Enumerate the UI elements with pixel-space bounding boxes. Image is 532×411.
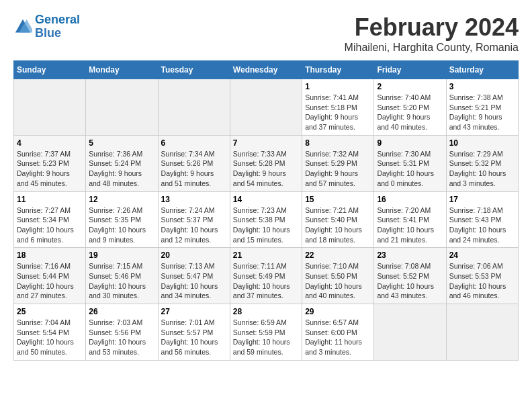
day-number: 14 (233, 195, 299, 204)
day-number: 27 (161, 307, 227, 316)
month-title: February 2024 (345, 13, 519, 42)
calendar-cell: 15Sunrise: 7:21 AMSunset: 5:40 PMDayligh… (302, 191, 374, 248)
day-number: 28 (233, 307, 299, 316)
day-info: Sunrise: 6:57 AMSunset: 6:00 PMDaylight:… (305, 318, 371, 357)
calendar-table: SundayMondayTuesdayWednesdayThursdayFrid… (13, 60, 519, 361)
calendar-cell: 2Sunrise: 7:40 AMSunset: 5:20 PMDaylight… (374, 79, 446, 136)
day-number: 25 (17, 307, 83, 316)
calendar-cell: 24Sunrise: 7:06 AMSunset: 5:53 PMDayligh… (446, 248, 518, 304)
logo-icon (13, 17, 32, 36)
calendar-cell: 26Sunrise: 7:03 AMSunset: 5:56 PMDayligh… (86, 304, 158, 361)
day-number: 12 (89, 195, 154, 204)
day-info: Sunrise: 7:01 AMSunset: 5:57 PMDaylight:… (161, 318, 227, 357)
day-number: 20 (161, 250, 227, 260)
day-info: Sunrise: 7:36 AMSunset: 5:24 PMDaylight:… (89, 149, 154, 189)
day-number: 18 (17, 250, 83, 260)
location-title: Mihaileni, Harghita County, Romania (345, 42, 519, 54)
calendar-cell (446, 304, 518, 361)
calendar-week-3: 18Sunrise: 7:16 AMSunset: 5:44 PMDayligh… (14, 248, 519, 304)
calendar-cell: 19Sunrise: 7:15 AMSunset: 5:46 PMDayligh… (86, 248, 158, 304)
day-number: 24 (449, 250, 515, 260)
calendar-cell: 23Sunrise: 7:08 AMSunset: 5:52 PMDayligh… (374, 248, 446, 304)
logo-text: General Blue (35, 13, 80, 40)
header-tuesday: Tuesday (158, 61, 230, 79)
day-number: 26 (89, 307, 154, 316)
day-number: 13 (161, 195, 227, 204)
day-number: 9 (377, 138, 443, 148)
calendar-cell (86, 79, 158, 136)
calendar-cell: 22Sunrise: 7:10 AMSunset: 5:50 PMDayligh… (302, 248, 374, 304)
calendar-cell: 20Sunrise: 7:13 AMSunset: 5:47 PMDayligh… (158, 248, 230, 304)
day-number: 15 (305, 195, 371, 204)
calendar-cell: 3Sunrise: 7:38 AMSunset: 5:21 PMDaylight… (446, 79, 518, 136)
day-info: Sunrise: 7:40 AMSunset: 5:20 PMDaylight:… (377, 93, 443, 132)
calendar-cell: 11Sunrise: 7:27 AMSunset: 5:34 PMDayligh… (14, 191, 86, 248)
calendar-week-1: 4Sunrise: 7:37 AMSunset: 5:23 PMDaylight… (14, 135, 519, 191)
calendar-cell: 17Sunrise: 7:18 AMSunset: 5:43 PMDayligh… (446, 191, 518, 248)
day-number: 21 (233, 250, 299, 260)
calendar-cell: 25Sunrise: 7:04 AMSunset: 5:54 PMDayligh… (14, 304, 86, 361)
calendar-week-0: 1Sunrise: 7:41 AMSunset: 5:18 PMDaylight… (14, 79, 519, 136)
day-info: Sunrise: 7:37 AMSunset: 5:23 PMDaylight:… (17, 149, 83, 189)
header-wednesday: Wednesday (230, 61, 302, 79)
day-info: Sunrise: 7:33 AMSunset: 5:28 PMDaylight:… (233, 149, 299, 189)
calendar-cell: 29Sunrise: 6:57 AMSunset: 6:00 PMDayligh… (302, 304, 374, 361)
day-info: Sunrise: 7:08 AMSunset: 5:52 PMDaylight:… (377, 261, 443, 301)
day-number: 22 (305, 250, 371, 260)
day-number: 8 (305, 138, 371, 148)
day-info: Sunrise: 7:38 AMSunset: 5:21 PMDaylight:… (449, 93, 515, 132)
day-info: Sunrise: 7:29 AMSunset: 5:32 PMDaylight:… (449, 149, 515, 189)
calendar-cell: 6Sunrise: 7:34 AMSunset: 5:26 PMDaylight… (158, 135, 230, 191)
day-info: Sunrise: 7:32 AMSunset: 5:29 PMDaylight:… (305, 149, 371, 189)
calendar-cell: 16Sunrise: 7:20 AMSunset: 5:41 PMDayligh… (374, 191, 446, 248)
day-number: 3 (449, 82, 515, 91)
day-number: 4 (17, 138, 83, 148)
calendar-cell: 18Sunrise: 7:16 AMSunset: 5:44 PMDayligh… (14, 248, 86, 304)
title-area: February 2024 Mihaileni, Harghita County… (345, 13, 519, 54)
calendar-cell: 9Sunrise: 7:30 AMSunset: 5:31 PMDaylight… (374, 135, 446, 191)
header-friday: Friday (374, 61, 446, 79)
day-number: 11 (17, 195, 83, 204)
logo-general: General (35, 13, 80, 26)
calendar-cell: 1Sunrise: 7:41 AMSunset: 5:18 PMDaylight… (302, 79, 374, 136)
day-info: Sunrise: 7:24 AMSunset: 5:37 PMDaylight:… (161, 205, 227, 245)
header-saturday: Saturday (446, 61, 518, 79)
day-info: Sunrise: 7:27 AMSunset: 5:34 PMDaylight:… (17, 205, 83, 245)
day-info: Sunrise: 7:15 AMSunset: 5:46 PMDaylight:… (89, 261, 154, 301)
day-info: Sunrise: 7:20 AMSunset: 5:41 PMDaylight:… (377, 205, 443, 245)
day-info: Sunrise: 6:59 AMSunset: 5:59 PMDaylight:… (233, 318, 299, 357)
day-number: 29 (305, 307, 371, 316)
day-number: 1 (305, 82, 371, 91)
day-info: Sunrise: 7:30 AMSunset: 5:31 PMDaylight:… (377, 149, 443, 189)
day-info: Sunrise: 7:13 AMSunset: 5:47 PMDaylight:… (161, 261, 227, 301)
day-info: Sunrise: 7:41 AMSunset: 5:18 PMDaylight:… (305, 93, 371, 132)
calendar-cell (230, 79, 302, 136)
calendar-cell: 4Sunrise: 7:37 AMSunset: 5:23 PMDaylight… (14, 135, 86, 191)
calendar-cell: 21Sunrise: 7:11 AMSunset: 5:49 PMDayligh… (230, 248, 302, 304)
header-thursday: Thursday (302, 61, 374, 79)
day-info: Sunrise: 7:21 AMSunset: 5:40 PMDaylight:… (305, 205, 371, 245)
day-info: Sunrise: 7:11 AMSunset: 5:49 PMDaylight:… (233, 261, 299, 301)
day-number: 17 (449, 195, 515, 204)
calendar-cell (158, 79, 230, 136)
calendar-cell: 12Sunrise: 7:26 AMSunset: 5:35 PMDayligh… (86, 191, 158, 248)
day-number: 2 (377, 82, 443, 91)
calendar-cell: 7Sunrise: 7:33 AMSunset: 5:28 PMDaylight… (230, 135, 302, 191)
calendar-week-4: 25Sunrise: 7:04 AMSunset: 5:54 PMDayligh… (14, 304, 519, 361)
day-info: Sunrise: 7:18 AMSunset: 5:43 PMDaylight:… (449, 205, 515, 245)
day-number: 23 (377, 250, 443, 260)
day-info: Sunrise: 7:06 AMSunset: 5:53 PMDaylight:… (449, 261, 515, 301)
calendar-cell: 13Sunrise: 7:24 AMSunset: 5:37 PMDayligh… (158, 191, 230, 248)
day-info: Sunrise: 7:23 AMSunset: 5:38 PMDaylight:… (233, 205, 299, 245)
header-monday: Monday (86, 61, 158, 79)
day-info: Sunrise: 7:10 AMSunset: 5:50 PMDaylight:… (305, 261, 371, 301)
header-sunday: Sunday (14, 61, 86, 79)
calendar-cell: 28Sunrise: 6:59 AMSunset: 5:59 PMDayligh… (230, 304, 302, 361)
day-number: 10 (449, 138, 515, 148)
day-number: 19 (89, 250, 154, 260)
day-number: 5 (89, 138, 154, 148)
logo: General Blue (13, 13, 80, 40)
calendar-cell: 10Sunrise: 7:29 AMSunset: 5:32 PMDayligh… (446, 135, 518, 191)
day-number: 16 (377, 195, 443, 204)
logo-blue: Blue (35, 26, 61, 40)
